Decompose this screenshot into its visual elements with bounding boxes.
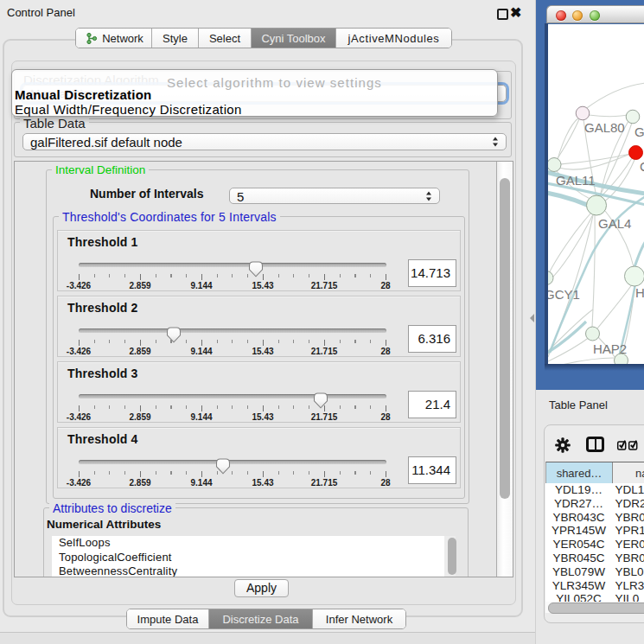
svg-text:C: C: [640, 159, 644, 174]
svg-text:H: H: [635, 285, 644, 300]
svg-text:HAP2: HAP2: [593, 341, 627, 356]
svg-text:GAL4: GAL4: [598, 216, 631, 231]
svg-text:GAL11: GAL11: [556, 173, 596, 188]
svg-text:GCY1: GCY1: [548, 287, 580, 302]
svg-text:GAL80: GAL80: [584, 120, 625, 135]
svg-text:GA: GA: [634, 124, 644, 139]
